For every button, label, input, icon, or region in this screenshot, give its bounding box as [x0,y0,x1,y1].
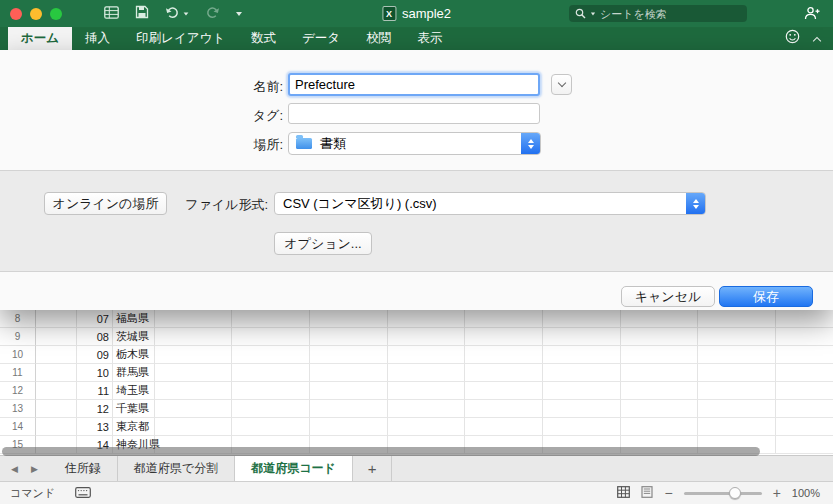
file-format-select[interactable]: CSV (コンマ区切り) (.csv) [274,192,706,215]
cell[interactable] [36,382,77,400]
cell[interactable] [155,328,232,346]
pref-name-cell[interactable]: 茨城県 [113,328,155,346]
row-number-cell[interactable]: 8 [0,310,36,328]
cell[interactable] [232,382,310,400]
cell[interactable] [310,328,388,346]
ribbon-tab[interactable]: ホーム [8,27,72,50]
normal-view-button[interactable] [617,486,630,500]
cell[interactable] [698,382,776,400]
cell[interactable] [155,418,232,436]
ribbon-tab[interactable]: 挿入 [72,27,123,50]
cell[interactable] [776,400,833,418]
pref-name-cell[interactable]: 群馬県 [113,364,155,382]
cell[interactable] [310,400,388,418]
cell[interactable] [698,346,776,364]
ribbon-tab[interactable]: データ [289,27,353,50]
close-button[interactable] [10,8,22,20]
pref-code-cell[interactable]: 09 [77,346,113,364]
cell[interactable] [155,346,232,364]
filename-input[interactable] [288,73,540,96]
cell[interactable] [543,382,621,400]
cell[interactable] [465,382,543,400]
cell[interactable] [36,364,77,382]
cell[interactable] [388,400,465,418]
cell[interactable] [776,436,833,454]
minimize-button[interactable] [30,8,42,20]
cell[interactable] [776,382,833,400]
pref-code-cell[interactable]: 10 [77,364,113,382]
pref-name-cell[interactable]: 千葉県 [113,400,155,418]
cell[interactable] [543,364,621,382]
undo-button[interactable] [165,5,189,23]
zoom-out-button[interactable]: − [664,486,672,500]
cell[interactable] [465,418,543,436]
cell[interactable] [698,400,776,418]
cell[interactable] [155,382,232,400]
ribbon-tab[interactable]: 校閲 [353,27,404,50]
zoom-percent[interactable]: 100% [792,487,820,499]
cell[interactable] [155,310,232,328]
cell[interactable] [155,400,232,418]
expand-dialog-button[interactable] [551,74,572,95]
cell[interactable] [232,418,310,436]
cell[interactable] [776,328,833,346]
cell[interactable] [465,310,543,328]
cell[interactable] [388,310,465,328]
redo-button[interactable] [205,5,220,23]
cell[interactable] [232,400,310,418]
next-sheets-button[interactable]: ▶ [31,464,38,474]
cell[interactable] [698,418,776,436]
row-number-cell[interactable]: 9 [0,328,36,346]
cell[interactable] [543,328,621,346]
cell[interactable] [621,346,698,364]
page-layout-view-button[interactable] [641,486,653,500]
pref-name-cell[interactable]: 東京都 [113,418,155,436]
ribbon-tab[interactable]: 数式 [238,27,289,50]
cell[interactable] [36,418,77,436]
cell[interactable] [543,310,621,328]
cell[interactable] [155,364,232,382]
cell[interactable] [543,418,621,436]
view-grid-button[interactable] [104,5,119,23]
cell[interactable] [621,418,698,436]
cell[interactable] [698,364,776,382]
cell[interactable] [310,418,388,436]
cell[interactable] [388,346,465,364]
cell[interactable] [36,310,77,328]
cell[interactable] [621,364,698,382]
cell[interactable] [698,328,776,346]
row-number-cell[interactable]: 14 [0,418,36,436]
ribbon-tab[interactable]: 表示 [404,27,455,50]
zoom-slider-knob[interactable] [729,487,741,499]
search-input[interactable] [600,8,742,20]
cell[interactable] [698,310,776,328]
cell[interactable] [36,346,77,364]
cell[interactable] [465,328,543,346]
pref-code-cell[interactable]: 12 [77,400,113,418]
pref-code-cell[interactable]: 11 [77,382,113,400]
cell[interactable] [776,310,833,328]
cell[interactable] [232,310,310,328]
cell[interactable] [621,328,698,346]
location-select[interactable]: 書類 [288,132,541,155]
keyboard-input-icon[interactable] [75,487,91,500]
pref-name-cell[interactable]: 栃木県 [113,346,155,364]
cell[interactable] [232,346,310,364]
ribbon-tab[interactable]: 印刷レイアウト [123,27,238,50]
cell[interactable] [310,382,388,400]
cell[interactable] [388,382,465,400]
zoom-in-button[interactable]: + [773,486,781,500]
cell[interactable] [310,346,388,364]
pref-name-cell[interactable]: 埼玉県 [113,382,155,400]
pref-code-cell[interactable]: 08 [77,328,113,346]
pref-name-cell[interactable]: 福島県 [113,310,155,328]
row-number-cell[interactable]: 13 [0,400,36,418]
customize-toolbar-button[interactable] [236,12,242,16]
horizontal-scrollbar-thumb[interactable] [2,447,760,456]
cell[interactable] [388,328,465,346]
zoom-button[interactable] [50,8,62,20]
cell[interactable] [310,364,388,382]
cell[interactable] [621,382,698,400]
cell[interactable] [543,346,621,364]
sheet-search-box[interactable] [569,5,747,22]
